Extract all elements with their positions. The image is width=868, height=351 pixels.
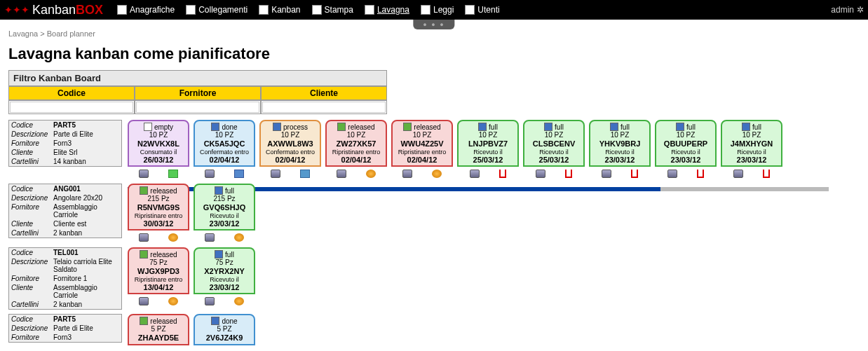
flag-icon[interactable]	[697, 170, 704, 178]
kanban-card[interactable]: full10 PZJ4MXHYGNRicevuto il23/03/12	[721, 120, 782, 167]
blue-icon[interactable]	[300, 170, 310, 178]
kanban-card[interactable]: empty10 PZN2WVKX8LConsumato il26/03/12	[128, 120, 189, 167]
nav-item-lav[interactable]: Lavagna	[365, 5, 409, 15]
card-code: GVQ6SHJQ	[196, 203, 252, 212]
filter-panel: Filtro Kanban Board CodiceFornitoreClien…	[8, 70, 387, 114]
kanban-card[interactable]: full75 PzX2YRX2NYRicevuto il23/03/12	[194, 247, 255, 294]
card-date: 02/04/12	[262, 156, 318, 164]
card-status: full	[225, 187, 234, 195]
gear-icon[interactable]	[234, 233, 244, 242]
card-code: WJGX9PD3	[130, 267, 187, 275]
gear-icon[interactable]	[432, 170, 442, 178]
info-label: Codice	[9, 121, 51, 130]
info-label: Descrizione	[9, 324, 51, 333]
mon-icon[interactable]	[337, 170, 346, 178]
mon-icon[interactable]	[139, 233, 149, 242]
mon-icon[interactable]	[139, 170, 149, 178]
mon-icon[interactable]	[602, 170, 611, 178]
mon-icon[interactable]	[536, 170, 545, 178]
filter-input-fornitore[interactable]	[136, 102, 259, 113]
leggi-icon	[421, 5, 430, 15]
drawer-handle[interactable]: ● ● ●	[413, 20, 454, 29]
kanban-card[interactable]: full10 PZCLSBCENVRicevuto il25/03/12	[523, 120, 585, 167]
mon-icon[interactable]	[470, 170, 480, 178]
kanban-card[interactable]: done5 PZ2V6JZ4K9	[194, 314, 255, 345]
flag-icon[interactable]	[565, 170, 572, 178]
nav-item-coll[interactable]: Collegamenti	[186, 5, 247, 15]
card-icon-row	[271, 168, 310, 179]
green-icon[interactable]	[168, 170, 178, 178]
card-wrap: released5 PZZHAAYD5E	[128, 314, 189, 345]
card-status: released	[414, 123, 440, 131]
card-qty: 10 PZ	[130, 131, 187, 139]
gear-icon[interactable]	[168, 297, 178, 305]
card-wrap: full215 PzGVQ6SHJQRicevuto il23/03/12	[194, 184, 255, 243]
info-label: Cliente	[9, 219, 51, 228]
mon-icon[interactable]	[402, 170, 412, 178]
card-wrap: full10 PZYHKV9BRJRicevuto il23/03/12	[589, 120, 651, 179]
mon-icon[interactable]	[205, 297, 215, 305]
card-line: Ripristinare entro	[130, 212, 187, 219]
nav-item-ut[interactable]: Utenti	[465, 5, 499, 15]
status-square-icon	[140, 250, 148, 259]
mon-icon[interactable]	[205, 233, 215, 242]
card-lane: released75 PzWJGX9PD3Ripristinare entro1…	[128, 247, 259, 307]
card-status: full	[489, 123, 498, 131]
card-status: done	[222, 317, 237, 325]
card-qty: 10 PZ	[724, 131, 780, 139]
nav-item-print[interactable]: Stampa	[312, 5, 353, 15]
card-icon-row	[205, 296, 244, 307]
flag-icon[interactable]	[763, 170, 770, 178]
mon-icon[interactable]	[139, 297, 149, 305]
kanban-card[interactable]: released10 PZWWU4Z25VRipristinare entro0…	[391, 120, 453, 167]
kanban-card[interactable]: released75 PzWJGX9PD3Ripristinare entro1…	[128, 247, 189, 294]
kanban-card[interactable]: full10 PZQBUUPERPRicevuto il23/03/12	[655, 120, 717, 167]
card-wrap: released75 PzWJGX9PD3Ripristinare entro1…	[128, 247, 189, 307]
mon-icon[interactable]	[271, 170, 280, 178]
status-square-icon	[337, 123, 346, 131]
card-icon-row	[602, 168, 638, 179]
kanban-card[interactable]: full215 PzGVQ6SHJQRicevuto il23/03/12	[194, 184, 255, 230]
filter-col-fornitore: Fornitore	[135, 86, 261, 100]
gear-icon[interactable]	[168, 233, 178, 242]
card-status: empty	[154, 123, 173, 131]
gear-icon[interactable]	[234, 297, 244, 305]
card-status: done	[222, 123, 237, 131]
card-code: ZW27XK57	[328, 139, 384, 148]
kanban-card[interactable]: done10 PZCK5A5JQCConfermato entro02/04/1…	[194, 120, 255, 167]
mon-icon[interactable]	[733, 170, 743, 178]
kanban-card[interactable]: full10 PZYHKV9BRJRicevuto il23/03/12	[589, 120, 651, 167]
kanban-card[interactable]: process10 PZAXWWL8W3Confermato entro02/0…	[259, 120, 321, 167]
kanban-card[interactable]: full10 PZLNJPBVZ7Ricevuto il25/03/12	[457, 120, 519, 167]
nav-item-leggi[interactable]: Leggi	[421, 5, 454, 15]
mon-icon[interactable]	[205, 170, 215, 178]
nav-item-anag[interactable]: Anagrafiche	[117, 5, 175, 15]
user-menu[interactable]: admin ✲	[831, 5, 864, 15]
info-value: PART5	[51, 121, 121, 130]
info-value: Angolare 20x20	[51, 193, 121, 202]
status-square-icon	[140, 186, 148, 195]
mon-icon[interactable]	[667, 170, 677, 178]
card-qty: 10 PZ	[262, 131, 318, 139]
logo[interactable]: ✦✦✦ KanbanBOX	[4, 3, 103, 18]
kanban-card[interactable]: released215 PzR5NVMG9SRipristinare entro…	[128, 184, 189, 230]
card-wrap: full75 PzX2YRX2NYRicevuto il23/03/12	[194, 247, 255, 307]
filter-col-codice: Codice	[8, 86, 135, 100]
gear-icon[interactable]	[366, 170, 376, 178]
cart-icon[interactable]	[234, 170, 244, 178]
card-icon-row	[139, 232, 178, 243]
kanban-card[interactable]: released5 PZZHAAYD5E	[128, 314, 189, 345]
filter-input-cliente[interactable]	[262, 102, 386, 113]
card-code: QBUUPERP	[658, 139, 714, 148]
filter-input-codice[interactable]	[10, 102, 133, 113]
flag-icon[interactable]	[499, 170, 506, 178]
nav-item-kan[interactable]: Kanban	[259, 5, 300, 15]
nav-label: Leggi	[433, 5, 454, 15]
card-date: 23/03/12	[724, 156, 780, 164]
card-line: Confermato entro	[262, 149, 318, 156]
card-icon-row	[205, 232, 244, 243]
kanban-card[interactable]: released10 PZZW27XK57Ripristinare entro0…	[325, 120, 387, 167]
flag-icon[interactable]	[631, 170, 638, 178]
status-square-icon	[610, 123, 618, 131]
info-value: Cliente est	[51, 219, 121, 228]
